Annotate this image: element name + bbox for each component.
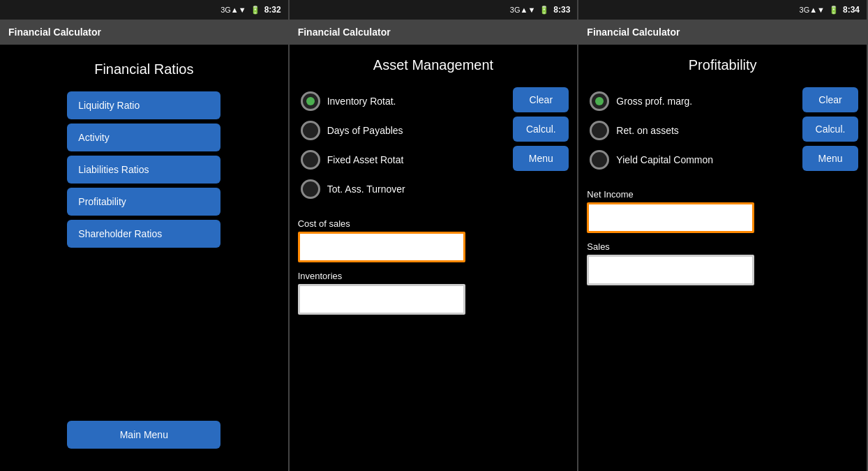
menu-button-3[interactable]: Menu bbox=[802, 146, 858, 171]
battery-icon-1: 🔋 bbox=[250, 6, 260, 15]
btn-activity[interactable]: Activity bbox=[67, 124, 220, 151]
main-content-1: Financial Ratios Liquidity Ratio Activit… bbox=[0, 45, 288, 471]
menu-button-list: Liquidity Ratio Activity Liabilities Rat… bbox=[67, 91, 220, 248]
signal-icon-3: 3G▲▼ bbox=[800, 6, 825, 14]
field-inventories: Inventories bbox=[298, 271, 569, 315]
top-section-2: Inventory Rotat. Days of Payables Fixed … bbox=[298, 87, 569, 203]
radio-tot-ass[interactable] bbox=[301, 179, 320, 199]
app-title-3: Financial Calculator bbox=[587, 27, 680, 38]
radio-days-payables[interactable] bbox=[301, 121, 320, 140]
screen-title-2: Asset Management bbox=[298, 57, 569, 73]
radio-label-2: Fixed Asset Rotat bbox=[327, 154, 404, 165]
main-content-2: Asset Management Inventory Rotat. Days o… bbox=[290, 45, 578, 471]
app-title-2: Financial Calculator bbox=[298, 27, 391, 38]
time-1: 8:32 bbox=[264, 5, 281, 15]
status-bar-1: 3G▲▼ 🔋 8:32 bbox=[0, 0, 288, 20]
btn-liabilities-ratios[interactable]: Liabilities Ratios bbox=[67, 156, 220, 184]
battery-icon-2: 🔋 bbox=[539, 6, 549, 15]
radio-row-3: Tot. Ass. Turnover bbox=[298, 175, 507, 203]
radio-ret-assets[interactable] bbox=[590, 121, 609, 140]
field-sales: Sales bbox=[587, 241, 858, 285]
net-income-input[interactable] bbox=[587, 202, 754, 233]
radio-label-ret: Ret. on assets bbox=[616, 125, 679, 136]
btn-liquidity-ratio[interactable]: Liquidity Ratio bbox=[67, 91, 220, 119]
signal-icon-1: 3G▲▼ bbox=[220, 6, 246, 14]
screen-title-1: Financial Ratios bbox=[94, 61, 193, 77]
action-column-3: Clear Calcul. Menu bbox=[802, 87, 858, 174]
radio-label-gross: Gross prof. marg. bbox=[616, 96, 692, 107]
inventories-input[interactable] bbox=[298, 284, 465, 315]
radio-inventory-rotat[interactable] bbox=[301, 91, 320, 111]
radio-label-0: Inventory Rotat. bbox=[327, 96, 396, 107]
calcul-button-3[interactable]: Calcul. bbox=[802, 117, 858, 142]
radio-row-1: Days of Payables bbox=[298, 117, 507, 144]
screen-title-3: Profitability bbox=[587, 57, 858, 73]
action-column-2: Clear Calcul. Menu bbox=[513, 87, 569, 203]
status-bar-2: 3G▲▼ 🔋 8:33 bbox=[290, 0, 578, 20]
app-title-1: Financial Calculator bbox=[8, 27, 101, 38]
title-bar-2: Financial Calculator bbox=[290, 20, 578, 45]
radio-row-gross: Gross prof. marg. bbox=[587, 87, 795, 115]
radio-column-3: Gross prof. marg. Ret. on assets Yield C… bbox=[587, 87, 795, 174]
radio-column-2: Inventory Rotat. Days of Payables Fixed … bbox=[298, 87, 507, 203]
battery-icon-3: 🔋 bbox=[829, 6, 839, 15]
menu-button-2[interactable]: Menu bbox=[513, 146, 569, 171]
radio-label-1: Days of Payables bbox=[327, 125, 403, 136]
panel-asset-management: 3G▲▼ 🔋 8:33 Financial Calculator Asset M… bbox=[290, 0, 579, 471]
radio-label-3: Tot. Ass. Turnover bbox=[327, 184, 405, 195]
radio-yield-capital[interactable] bbox=[590, 150, 609, 170]
panel-profitability: 3G▲▼ 🔋 8:34 Financial Calculator Profita… bbox=[578, 0, 868, 471]
calcul-button-2[interactable]: Calcul. bbox=[513, 117, 569, 142]
radio-row-2: Fixed Asset Rotat bbox=[298, 146, 507, 174]
radio-row-0: Inventory Rotat. bbox=[298, 87, 507, 115]
field-net-income: Net Income bbox=[587, 189, 858, 233]
time-2: 8:33 bbox=[553, 5, 570, 15]
field-label-net: Net Income bbox=[587, 189, 858, 200]
main-content-3: Profitability Gross prof. marg. Ret. on … bbox=[578, 45, 867, 471]
title-bar-1: Financial Calculator bbox=[0, 20, 288, 45]
field-label-cost: Cost of sales bbox=[298, 218, 569, 229]
btn-shareholder-ratios[interactable]: Shareholder Ratios bbox=[67, 220, 220, 248]
title-bar-3: Financial Calculator bbox=[578, 20, 867, 45]
field-cost-of-sales: Cost of sales bbox=[298, 218, 569, 262]
sales-input[interactable] bbox=[587, 255, 754, 285]
radio-gross-prof[interactable] bbox=[590, 91, 609, 111]
radio-fixed-asset[interactable] bbox=[301, 150, 320, 170]
field-label-inv: Inventories bbox=[298, 271, 569, 281]
time-3: 8:34 bbox=[843, 5, 860, 15]
clear-button-3[interactable]: Clear bbox=[802, 87, 858, 112]
btn-profitability[interactable]: Profitability bbox=[67, 188, 220, 216]
radio-row-yield: Yield Capital Common bbox=[587, 146, 795, 174]
top-section-3: Gross prof. marg. Ret. on assets Yield C… bbox=[587, 87, 858, 174]
clear-button-2[interactable]: Clear bbox=[513, 87, 569, 112]
panel-financial-ratios: 3G▲▼ 🔋 8:32 Financial Calculator Financi… bbox=[0, 0, 290, 471]
main-menu-button[interactable]: Main Menu bbox=[67, 421, 220, 449]
field-label-sales: Sales bbox=[587, 241, 858, 252]
radio-row-ret: Ret. on assets bbox=[587, 117, 795, 144]
signal-icon-2: 3G▲▼ bbox=[510, 6, 535, 14]
cost-of-sales-input[interactable] bbox=[298, 232, 465, 262]
status-bar-3: 3G▲▼ 🔋 8:34 bbox=[578, 0, 867, 20]
radio-label-yield: Yield Capital Common bbox=[616, 154, 713, 165]
